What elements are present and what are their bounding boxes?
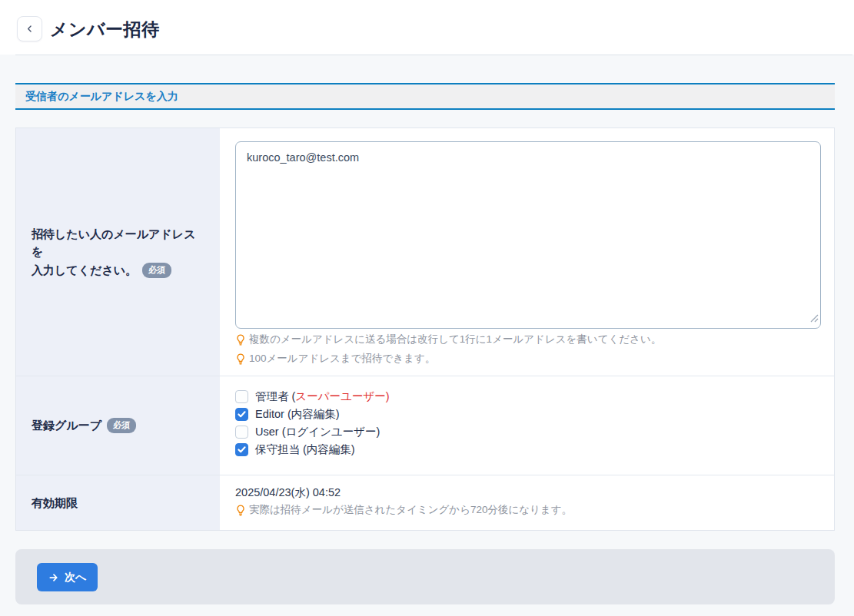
- email-addresses-textarea[interactable]: [235, 141, 821, 329]
- header-divider: [15, 55, 852, 55]
- checkbox-maintenance[interactable]: [235, 443, 248, 456]
- back-button[interactable]: [17, 16, 42, 41]
- checkbox-user[interactable]: [235, 426, 248, 439]
- group-option-admin[interactable]: 管理者 (スーパーユーザー): [235, 388, 821, 406]
- groups-label: 登録グループ: [32, 419, 101, 432]
- expiry-row: 有効期限 2025/04/23(水) 04:52 実際は招待メールが送信されたタ…: [16, 475, 834, 530]
- email-row: 招待したい人のメールアドレスを 入力してください。必須 複数のメールアドレスに送…: [16, 128, 834, 376]
- footer-action-bar: 次へ: [15, 549, 835, 604]
- page-title: メンバー招待: [50, 18, 160, 41]
- expiry-content-cell: 2025/04/23(水) 04:52 実際は招待メールが送信されたタイミングか…: [220, 475, 834, 530]
- arrow-right-icon: [48, 572, 59, 583]
- expiry-value: 2025/04/23(水) 04:52: [235, 485, 821, 500]
- page-header: メンバー招待: [0, 0, 854, 55]
- textarea-resize-grip[interactable]: [810, 312, 819, 326]
- expiry-label: 有効期限: [32, 494, 78, 512]
- back-arrow-icon: [24, 23, 35, 35]
- group-option-user[interactable]: User (ログインユーザー): [235, 423, 821, 441]
- lightbulb-icon: [235, 353, 246, 365]
- lightbulb-icon: [235, 505, 246, 516]
- group-option-editor[interactable]: Editor (内容編集): [235, 406, 821, 423]
- invite-form-table: 招待したい人のメールアドレスを 入力してください。必須 複数のメールアドレスに送…: [15, 128, 835, 531]
- email-label-cell: 招待したい人のメールアドレスを 入力してください。必須: [16, 128, 220, 376]
- next-button-label: 次へ: [65, 571, 86, 585]
- email-hint-1: 複数のメールアドレスに送る場合は改行して1行に1メールアドレスを書いてください。: [235, 333, 821, 346]
- expiry-label-cell: 有効期限: [16, 475, 220, 530]
- group-option-label: Editor (内容編集): [255, 407, 340, 422]
- section-header-bar: 受信者のメールアドレスを入力: [15, 83, 835, 110]
- email-content-cell: 複数のメールアドレスに送る場合は改行して1行に1メールアドレスを書いてください。…: [220, 128, 834, 376]
- checkbox-admin[interactable]: [235, 390, 248, 403]
- required-badge: 必須: [142, 263, 171, 278]
- groups-row: 登録グループ必須 管理者 (スーパーユーザー) Editor (内容編集): [16, 376, 834, 475]
- email-label-line1: 招待したい人のメールアドレスを: [32, 227, 196, 258]
- email-label-line2: 入力してください。: [32, 263, 137, 277]
- section-title: 受信者のメールアドレスを入力: [25, 90, 178, 104]
- lightbulb-icon: [235, 334, 246, 346]
- group-option-label: 管理者 (スーパーユーザー): [255, 389, 390, 404]
- groups-content-cell: 管理者 (スーパーユーザー) Editor (内容編集) User (ログインユ…: [220, 376, 834, 475]
- group-option-maintenance[interactable]: 保守担当 (内容編集): [235, 441, 821, 459]
- required-badge: 必須: [107, 418, 136, 433]
- checkbox-editor[interactable]: [235, 408, 248, 421]
- groups-label-cell: 登録グループ必須: [16, 376, 220, 475]
- expiry-hint: 実際は招待メールが送信されたタイミングから720分後になります。: [235, 503, 821, 517]
- next-button[interactable]: 次へ: [37, 563, 98, 591]
- email-hint-2: 100メールアドレスまで招待できます。: [235, 352, 821, 366]
- group-option-label: User (ログインユーザー): [255, 425, 380, 439]
- group-option-label: 保守担当 (内容編集): [255, 442, 355, 457]
